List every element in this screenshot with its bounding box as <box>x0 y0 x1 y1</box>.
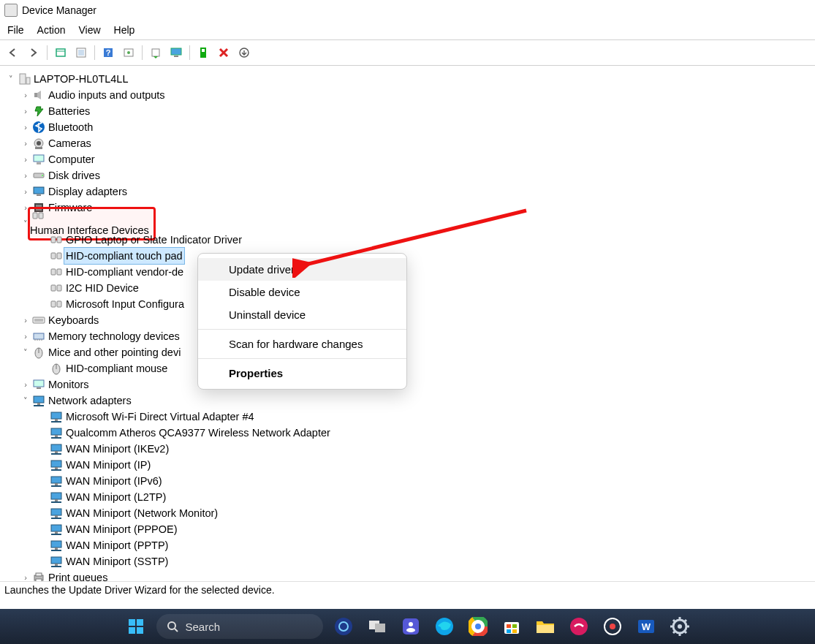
svg-rect-34 <box>57 253 61 259</box>
net-icon <box>50 474 63 488</box>
tree-category[interactable]: ›Audio inputs and outputs <box>20 87 815 103</box>
tree-device[interactable]: ·WAN Miniport (IP) <box>38 457 815 473</box>
svg-rect-117 <box>537 625 554 633</box>
menu-help[interactable]: Help <box>114 24 135 36</box>
tree-category[interactable]: ›Disk drives <box>20 167 815 183</box>
taskbar: Search W <box>0 609 815 644</box>
svg-point-103 <box>409 622 413 626</box>
svg-rect-82 <box>51 541 61 548</box>
svg-rect-71 <box>55 483 58 485</box>
window-title: Device Manager <box>22 4 96 16</box>
taskbar-search[interactable]: Search <box>156 614 323 639</box>
tree-category[interactable]: ˅Human Interface Devices <box>20 216 815 232</box>
scan-icon[interactable] <box>147 44 164 61</box>
tree-device[interactable]: ·WAN Miniport (PPTP) <box>38 537 815 553</box>
tree-device[interactable]: ·HID-compliant touch pad <box>38 248 815 264</box>
enable-icon[interactable] <box>194 44 212 61</box>
svg-point-98 <box>335 618 352 635</box>
tree-category[interactable]: ›Keyboards <box>20 312 815 328</box>
monitor-icon[interactable] <box>167 44 185 61</box>
context-menu-item[interactable]: Update driver <box>198 258 406 281</box>
tree-category[interactable]: ›Memory technology devices <box>20 328 815 344</box>
svg-point-120 <box>610 624 615 629</box>
svg-rect-3 <box>78 50 84 56</box>
svg-rect-53 <box>34 380 44 387</box>
svg-rect-89 <box>36 573 42 576</box>
bluetooth-icon <box>32 121 45 134</box>
tree-category[interactable]: ›Monitors <box>20 376 815 393</box>
svg-rect-20 <box>35 147 42 149</box>
toolbar-icon[interactable] <box>120 44 137 61</box>
toolbar-icon[interactable] <box>52 44 69 61</box>
context-menu-item[interactable]: Properties <box>198 362 406 384</box>
tree-device[interactable]: ·WAN Miniport (IKEv2) <box>38 441 815 457</box>
svg-rect-12 <box>202 49 205 52</box>
camera-icon <box>32 137 45 150</box>
tree-device[interactable]: ·HID-compliant mouse <box>38 360 815 376</box>
svg-rect-15 <box>26 77 30 84</box>
forward-icon[interactable] <box>25 44 42 61</box>
back-icon[interactable] <box>4 44 22 61</box>
app-icon <box>4 4 18 17</box>
tree-category[interactable]: ˅Network adapters <box>20 393 815 409</box>
svg-rect-94 <box>129 627 135 634</box>
svg-rect-61 <box>51 428 61 435</box>
word-icon[interactable]: W <box>633 613 659 640</box>
svg-rect-116 <box>512 629 517 633</box>
menu-file[interactable]: File <box>7 24 24 36</box>
help-icon[interactable]: ? <box>99 44 117 61</box>
tree-device[interactable]: ·HID-compliant vendor-de <box>38 264 815 280</box>
tree-device[interactable]: ·WAN Miniport (PPPOE) <box>38 521 815 537</box>
tree-device[interactable]: ·WAN Miniport (IPv6) <box>38 473 815 489</box>
hid-icon <box>50 298 63 311</box>
net-icon <box>50 507 63 520</box>
start-button[interactable] <box>123 613 149 640</box>
app-icon[interactable] <box>599 613 626 640</box>
tree-category[interactable]: ›Cameras <box>20 135 815 151</box>
status-bar: Launches the Update Driver Wizard for th… <box>0 581 815 602</box>
more-icon[interactable] <box>235 44 253 61</box>
tree-device[interactable]: ·Microsoft Input Configura <box>38 296 815 312</box>
net-icon <box>50 523 63 536</box>
chrome-icon[interactable] <box>465 613 491 640</box>
tree-device[interactable]: ·WAN Miniport (L2TP) <box>38 489 815 505</box>
remove-icon[interactable] <box>215 44 232 61</box>
tree-category[interactable]: ›Batteries <box>20 103 815 119</box>
tree-device[interactable]: ·I2C HID Device <box>38 280 815 296</box>
svg-rect-95 <box>137 627 143 634</box>
svg-point-19 <box>37 141 41 145</box>
menu-action[interactable]: Action <box>37 24 66 36</box>
tree-device[interactable]: ·Microsoft Wi-Fi Direct Virtual Adapter … <box>38 409 815 425</box>
menu-view[interactable]: View <box>78 24 100 36</box>
tree-category[interactable]: ˅Mice and other pointing devi <box>20 344 815 360</box>
context-menu-item[interactable]: Scan for hardware changes <box>198 333 406 355</box>
tree-device[interactable]: ·Qualcomm Atheros QCA9377 Wireless Netwo… <box>38 425 815 441</box>
net-icon <box>50 458 63 471</box>
app-icon[interactable] <box>566 613 592 640</box>
svg-rect-74 <box>55 499 58 501</box>
tree-category[interactable]: ›Display adapters <box>20 183 815 200</box>
speaker-icon <box>32 88 45 102</box>
explorer-icon[interactable] <box>532 613 558 640</box>
tree-category[interactable]: ›Bluetooth <box>20 119 815 135</box>
svg-rect-114 <box>512 624 517 628</box>
tree-root[interactable]: ˅LAPTOP-HL0TL4LL <box>6 71 815 87</box>
settings-icon[interactable] <box>667 613 693 640</box>
tree-device[interactable]: ·WAN Miniport (SSTP) <box>38 553 815 569</box>
edge-icon[interactable] <box>431 613 458 640</box>
context-menu-item[interactable]: Disable device <box>198 281 406 303</box>
tree-device[interactable]: ·GPIO Laptop or Slate Indicator Driver <box>38 232 815 248</box>
toolbar-icon[interactable] <box>72 44 90 61</box>
task-view-icon[interactable] <box>364 613 390 640</box>
chat-icon[interactable] <box>398 613 424 640</box>
store-icon[interactable] <box>499 613 525 640</box>
copilot-icon[interactable] <box>330 613 357 640</box>
hid-icon <box>50 265 63 279</box>
tree-category[interactable]: ›Computer <box>20 151 815 167</box>
context-menu-item[interactable]: Uninstall device <box>198 303 406 326</box>
tree-device[interactable]: ·WAN Miniport (Network Monitor) <box>38 505 815 521</box>
computer-icon <box>18 72 31 86</box>
mouse-icon <box>50 362 63 375</box>
svg-rect-85 <box>51 557 61 564</box>
svg-rect-9 <box>171 48 181 55</box>
